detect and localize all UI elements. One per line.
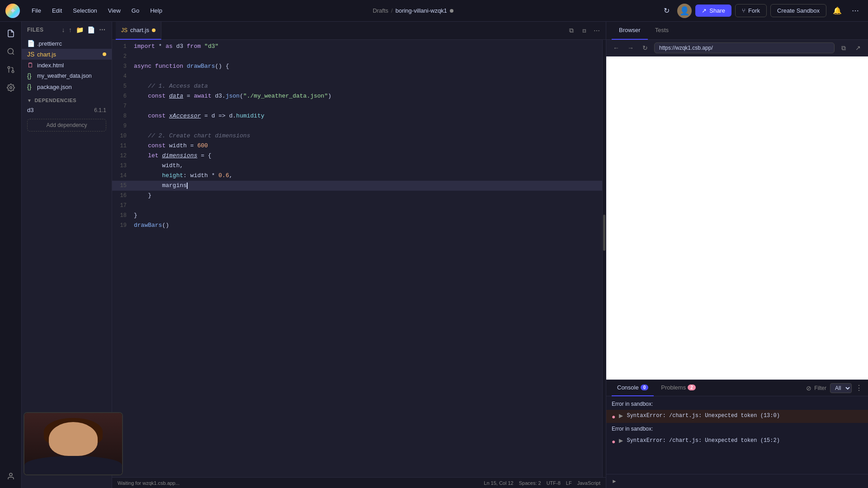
status-line-col[interactable]: Ln 15, Col 12: [484, 480, 513, 486]
new-folder-icon[interactable]: 📁: [75, 25, 85, 34]
status-spaces[interactable]: Spaces: 2: [519, 480, 541, 486]
file-item-indexhtml[interactable]: 🗒 index.html: [22, 60, 112, 70]
line-content-17: [134, 201, 602, 211]
topbar-right: ↻ 👤 ↗ Share ⑂ Fork Create Sandbox 🔔 ⋯: [659, 4, 863, 18]
sort-desc-icon[interactable]: ↓: [61, 25, 66, 34]
filename-prettierrc: .prettierrc: [37, 40, 62, 47]
console-error-row-1[interactable]: ● ▶ SyntaxError: /chart.js: Unexpected t…: [606, 410, 868, 423]
tab-problems[interactable]: Problems 2: [656, 380, 701, 396]
breadcrumb-drafts[interactable]: Drafts: [373, 7, 388, 14]
create-sandbox-button[interactable]: Create Sandbox: [770, 4, 826, 17]
error-text-2: SyntaxError: /chart.js: Unexpected token…: [627, 437, 779, 444]
menu-file[interactable]: File: [27, 5, 46, 16]
error-expand-2[interactable]: ▶: [619, 437, 623, 444]
sandbox-status-dot[interactable]: [450, 9, 453, 13]
console-filter[interactable]: ⊘ Filter: [806, 385, 826, 392]
right-panel-tabs: Browser Tests: [606, 22, 868, 40]
avatar[interactable]: 👤: [677, 4, 692, 18]
console-more-icon[interactable]: ⋮: [855, 384, 863, 392]
refresh-button[interactable]: ↻: [659, 4, 674, 18]
console-body: Error in sandbox: ● ▶ SyntaxError: /char…: [606, 396, 868, 474]
split-vertical-button[interactable]: ⧈: [579, 25, 590, 36]
line-content-2: [134, 52, 602, 61]
menu-go[interactable]: Go: [127, 5, 144, 16]
sort-asc-icon[interactable]: ↑: [68, 25, 73, 34]
file-item-packagejson[interactable]: {} package.json: [22, 81, 112, 92]
scrollbar-thumb: [603, 215, 605, 251]
share-label: Share: [709, 7, 725, 14]
more-options-button[interactable]: ⋯: [848, 4, 863, 18]
video-face: [49, 422, 98, 456]
sidebar-files-button[interactable]: [3, 25, 19, 42]
filter-label: Filter: [814, 385, 826, 391]
tab-browser[interactable]: Browser: [612, 22, 648, 40]
editor-status-bar: Waiting for wzqk1.csb.app... Ln 15, Col …: [112, 477, 606, 488]
console-error-row-2[interactable]: ● ▶ SyntaxError: /chart.js: Unexpected t…: [606, 435, 868, 448]
app-logo[interactable]: ✦: [5, 4, 20, 18]
console-tab-label: Console: [617, 384, 639, 391]
add-dependency-button[interactable]: Add dependency: [27, 119, 106, 131]
menu-help[interactable]: Help: [146, 5, 167, 16]
line-content-19: drawBars(): [134, 221, 602, 230]
browser-forward-button[interactable]: →: [625, 42, 636, 53]
line-num-8: 8: [112, 111, 134, 121]
status-language[interactable]: JavaScript: [577, 480, 600, 486]
file-panel-actions: ↓ ↑ 📁 📄 ⋯: [61, 25, 107, 34]
share-button[interactable]: ↗ Share: [695, 5, 731, 17]
console-error-header-1: Error in sandbox:: [606, 398, 868, 410]
fork-icon: ⑂: [742, 7, 745, 14]
dep-chevron-icon: ▼: [27, 98, 32, 103]
tab-tests[interactable]: Tests: [648, 22, 676, 40]
menu-view[interactable]: View: [104, 5, 125, 16]
line-content-5: // 1. Access data: [134, 81, 602, 91]
error-dot-2: ●: [612, 438, 615, 445]
error-expand-1[interactable]: ▶: [619, 413, 623, 419]
status-eol[interactable]: LF: [566, 480, 572, 486]
notifications-button[interactable]: 🔔: [830, 4, 844, 18]
sidebar-profile-button[interactable]: [3, 468, 19, 484]
browser-url-input[interactable]: [654, 42, 835, 53]
new-file-icon[interactable]: 📄: [86, 25, 96, 34]
line-content-6: const data = await d3.json("./my_weather…: [134, 91, 602, 101]
fork-button[interactable]: ⑂ Fork: [735, 4, 767, 17]
line-content-10: // 2. Create chart dimensions: [134, 131, 602, 141]
editor-tab-chartjs[interactable]: JS chart.js: [116, 22, 161, 40]
tab-unsaved-indicator: [152, 28, 156, 32]
menu-bar: File Edit Selection View Go Help: [27, 5, 167, 16]
file-item-prettierrc[interactable]: 📄 .prettierrc: [22, 38, 112, 49]
fork-label: Fork: [748, 7, 760, 14]
browser-back-button[interactable]: ←: [611, 42, 622, 53]
status-left: Waiting for wzqk1.csb.app...: [118, 480, 179, 486]
more-editor-options-button[interactable]: ⋯: [591, 25, 602, 36]
line-num-14: 14: [112, 171, 134, 181]
more-files-icon[interactable]: ⋯: [98, 25, 107, 34]
breadcrumb-separator: /: [391, 7, 393, 14]
editor-area: JS chart.js ⧉ ⧈ ⋯ 1 import * as d3 from …: [112, 22, 606, 488]
sidebar-git-button[interactable]: [3, 61, 19, 78]
menu-selection[interactable]: Selection: [68, 5, 101, 16]
sidebar-settings-button[interactable]: [3, 80, 19, 96]
code-line-5: 5 // 1. Access data: [112, 81, 602, 91]
browser-external-icon[interactable]: ↗: [853, 42, 863, 53]
dependencies-section-header[interactable]: ▼ Dependencies: [22, 92, 112, 105]
breadcrumb: Drafts / boring-villani-wzqk1: [373, 7, 453, 14]
code-editor[interactable]: 1 import * as d3 from "d3" 2 3 async fun…: [112, 40, 602, 477]
dependencies-title: Dependencies: [34, 98, 76, 103]
console-prompt: ►: [606, 474, 868, 488]
editor-scrollbar[interactable]: [602, 40, 606, 477]
split-editor-button[interactable]: ⧉: [566, 25, 577, 36]
console-filter-select[interactable]: All: [830, 383, 852, 393]
browser-refresh-button[interactable]: ↻: [640, 42, 651, 53]
line-num-19: 19: [112, 221, 134, 230]
file-item-weatherjson[interactable]: {} my_weather_data.json: [22, 70, 112, 81]
line-num-12: 12: [112, 151, 134, 161]
menu-edit[interactable]: Edit: [47, 5, 66, 16]
code-line-15: 15 margins: [112, 181, 602, 191]
browser-new-tab-icon[interactable]: ⧉: [838, 42, 849, 53]
tab-console[interactable]: Console 0: [612, 380, 654, 396]
code-line-12: 12 let dimensions = {: [112, 151, 602, 161]
status-encoding[interactable]: UTF-8: [547, 480, 561, 486]
file-item-chartjs[interactable]: JS chart.js: [22, 49, 112, 60]
code-line-8: 8 const xAccessor = d => d.humidity: [112, 111, 602, 121]
sidebar-search-button[interactable]: [3, 43, 19, 60]
